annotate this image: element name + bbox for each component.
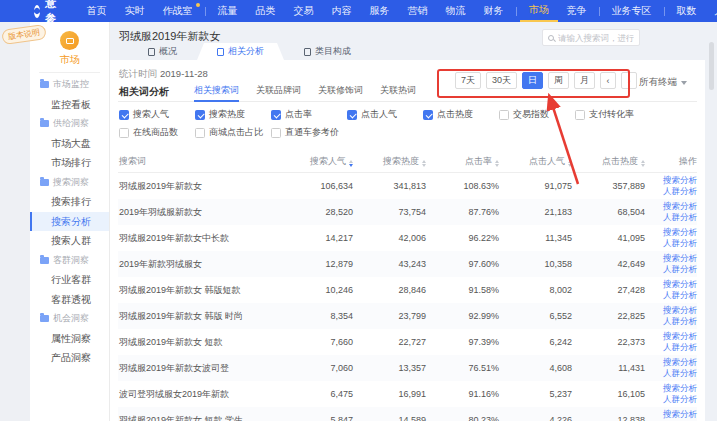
nav-item[interactable]: 物流 [437,0,475,22]
metric-checkbox[interactable]: 商城点击占比 [195,126,271,139]
sidebar-item[interactable]: 属性洞察 [30,329,109,349]
sidebar-group-header[interactable]: 市场监控 [30,75,109,95]
sidebar-item[interactable]: 监控看板 [30,95,109,115]
value-cell: 97.60% [426,259,499,269]
action-link[interactable]: 人群分析 [645,316,697,327]
date-range-button[interactable]: 月 [574,72,595,89]
nav-item[interactable]: 营销 [399,0,437,22]
value-cell: 4,226 [499,415,572,421]
action-link[interactable]: 搜索分析 [645,253,697,264]
table-header-cell[interactable]: 点击率 [426,155,499,168]
sidebar-group-header[interactable]: 搜索洞察 [30,173,109,193]
table-row: 羽绒服2019年新款女 韩版短款10,24628,84691.58%8,0022… [118,277,697,303]
sidebar-item[interactable]: 产品洞察 [30,348,109,368]
metric-checkbox[interactable]: 点击人气 [347,108,423,121]
metric-checkbox[interactable]: 搜索热度 [195,108,271,121]
nav-item[interactable]: 取数 [668,0,706,22]
table-header-cell[interactable]: 点击人气 [499,155,572,168]
search-word-cell: 2019年羽绒服新款女 [118,206,280,219]
action-link[interactable]: 人群分析 [645,342,697,353]
metric-label: 直通车参考价 [285,126,339,139]
nav-item[interactable]: 竞争 [558,0,596,22]
sidebar-group-header[interactable]: 供给洞察 [30,114,109,134]
metric-checkbox[interactable]: 点击热度 [423,108,499,121]
action-link[interactable]: 搜索分析 [645,227,697,238]
word-type-tab[interactable]: 关联修饰词 [318,84,363,102]
metric-checkbox[interactable]: 支付转化率 [575,108,651,121]
nav-item[interactable]: 流量 [209,0,247,22]
date-range-button[interactable]: ‹ [600,72,616,89]
action-link[interactable]: 搜索分析 [645,357,697,368]
action-link[interactable]: 人群分析 [645,290,697,301]
value-cell: 91,075 [499,181,572,191]
value-cell: 12,838 [572,415,645,421]
action-link[interactable]: 人群分析 [645,186,697,197]
word-type-tab[interactable]: 关联热词 [380,84,416,102]
nav-item[interactable]: 品类 [247,0,285,22]
sidebar-item[interactable]: 市场大盘 [30,134,109,154]
sidebar-item[interactable]: 搜索排行 [30,192,109,212]
action-link[interactable]: 搜索分析 [645,409,697,420]
action-link[interactable]: 人群分析 [645,368,697,379]
tab-active[interactable]: 相关分析 [197,43,284,60]
table-header-cell[interactable]: 搜索热度 [353,155,426,168]
actions-cell: 搜索分析人群分析 [645,253,697,274]
action-link[interactable]: 搜索分析 [645,175,697,186]
metric-label: 点击热度 [437,108,473,121]
nav-item[interactable]: 财务 [475,0,513,22]
terminal-filter-dropdown[interactable]: 所有终端 [639,76,687,89]
action-link[interactable]: 搜索分析 [645,331,697,342]
word-type-tab[interactable]: 相关搜索词 [194,84,239,102]
metric-checkboxes: 搜索人气搜索热度点击率点击人气点击热度交易指数支付转化率 在线商品数商城点击占比… [118,102,697,149]
section-title: 相关词分析 [119,85,169,99]
sidebar-item[interactable]: 行业客群 [30,270,109,290]
table-row: 波司登羽绒服女2019年新款6,47516,99191.16%5,23716,1… [118,381,697,407]
table-header-cell[interactable]: 点击热度 [572,155,645,168]
metric-checkbox[interactable]: 交易指数 [499,108,575,121]
date-range-button[interactable]: 周 [548,72,569,89]
nav-item[interactable]: 业务专区 [603,0,661,22]
action-link[interactable]: 搜索分析 [645,201,697,212]
date-range-button[interactable]: 30天 [486,72,517,89]
action-link[interactable]: 人群分析 [645,394,697,405]
nav-item[interactable]: 人群管理 [706,0,717,22]
date-range-button[interactable]: 日 [522,72,543,89]
sidebar-item[interactable]: 搜索分析 [30,212,109,232]
nav-item[interactable]: 交易 [285,0,323,22]
action-link[interactable]: 搜索分析 [645,279,697,290]
nav-item[interactable]: 服务 [361,0,399,22]
nav-item[interactable]: 作战室 [154,0,202,22]
value-cell: 76.51% [426,363,499,373]
date-range-button[interactable]: 7天 [455,72,481,89]
tab-item[interactable]: 类目构成 [284,43,371,60]
checkbox-checked-icon [347,110,357,120]
metric-checkbox[interactable]: 点击率 [271,108,347,121]
column-label: 操作 [679,156,697,166]
scrollbar-thumb[interactable] [709,42,714,90]
metric-checkbox[interactable]: 搜索人气 [119,108,195,121]
tab-item[interactable]: 概况 [128,43,197,60]
action-link[interactable]: 搜索分析 [645,383,697,394]
sidebar-group-header[interactable]: 客群洞察 [30,251,109,271]
nav-item[interactable]: 市场 [520,0,558,22]
action-link[interactable]: 人群分析 [645,212,697,223]
table-header-cell[interactable]: 搜索人气 [280,155,353,168]
word-type-tab[interactable]: 关联品牌词 [256,84,301,102]
metric-checkbox[interactable]: 直通车参考价 [271,126,347,139]
sidebar-group-label: 客群洞察 [53,254,89,267]
action-link[interactable]: 人群分析 [645,264,697,275]
value-cell: 23,799 [353,311,426,321]
nav-item[interactable]: 首页 [78,0,116,22]
sidebar-item[interactable]: 搜索人群 [30,231,109,251]
search-input[interactable] [558,33,634,43]
sidebar-item[interactable]: 市场排行 [30,153,109,173]
sidebar-item[interactable]: 客群透视 [30,290,109,310]
action-link[interactable]: 人群分析 [645,238,697,249]
sidebar: 市场 市场监控监控看板供给洞察市场大盘市场排行搜索洞察搜索排行搜索分析搜索人群客… [30,22,110,421]
date-range-button[interactable]: › [621,72,637,89]
sidebar-group-header[interactable]: 机会洞察 [30,309,109,329]
nav-item[interactable]: 内容 [323,0,361,22]
metric-checkbox[interactable]: 在线商品数 [119,126,195,139]
nav-item[interactable]: 实时 [116,0,154,22]
action-link[interactable]: 搜索分析 [645,305,697,316]
